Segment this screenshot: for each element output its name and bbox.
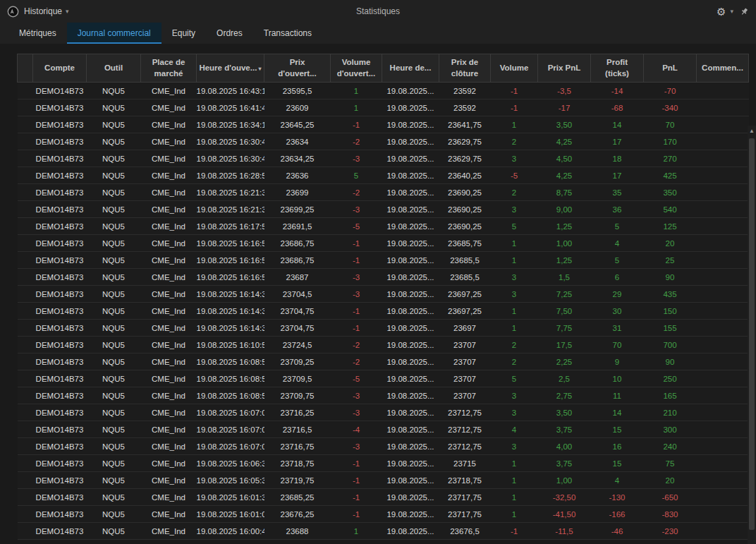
- trade-row[interactable]: DEMO14B73NQU5CME_Ind19.08.2025 16:08:592…: [18, 387, 749, 404]
- trade-row[interactable]: DEMO14B73NQU5CME_Ind19.08.2025 16:07:012…: [18, 421, 749, 438]
- open-volume-cell: -2: [331, 184, 382, 201]
- gear-icon[interactable]: ⚙: [717, 6, 726, 17]
- trade-row[interactable]: DEMO14B73NQU5CME_Ind19.08.2025 16:30:422…: [18, 133, 749, 150]
- close-price-cell: 23629,75: [439, 150, 491, 167]
- col-header-open-price[interactable]: Prix d'ouvert...: [264, 54, 331, 83]
- col-header-profit-ticks[interactable]: Profit (ticks): [591, 54, 644, 83]
- tab-journal-commercial[interactable]: Journal commercial: [67, 23, 161, 44]
- price-pnl-cell: -11,5: [538, 523, 591, 540]
- settings-chevron-down-icon[interactable]: ▾: [730, 8, 733, 15]
- tab-equity[interactable]: Equity: [161, 23, 206, 44]
- row-select-cell: [18, 421, 33, 438]
- open-price-cell: 23634: [264, 133, 331, 150]
- profit-ticks-cell: 16: [591, 438, 644, 455]
- pin-icon[interactable]: [740, 7, 749, 16]
- trade-row[interactable]: DEMO14B73NQU5CME_Ind19.08.2025 16:14:322…: [18, 303, 749, 320]
- close-price-cell: 23690,25: [439, 201, 491, 218]
- trade-row[interactable]: DEMO14B73NQU5CME_Ind19.08.2025 16:21:392…: [18, 184, 749, 201]
- instrument-cell: NQU5: [87, 489, 141, 506]
- instrument-cell: NQU5: [87, 320, 141, 337]
- scrollbar-thumb[interactable]: [749, 138, 755, 530]
- col-header-pnl[interactable]: PnL: [644, 54, 697, 83]
- trade-row[interactable]: DEMO14B73NQU5CME_Ind19.08.2025 16:17:522…: [18, 218, 749, 235]
- col-header-instrument[interactable]: Outil: [87, 54, 141, 83]
- profit-ticks-cell: 30: [591, 303, 644, 320]
- col-header-close-price[interactable]: Prix de clôture: [439, 54, 491, 83]
- row-select-cell: [18, 133, 33, 150]
- col-header-open-time[interactable]: Heure d'ouve... ▾: [197, 54, 264, 83]
- row-select-cell: [18, 438, 33, 455]
- trade-row[interactable]: DEMO14B73NQU5CME_Ind19.08.2025 16:10:522…: [18, 337, 749, 353]
- statistics-content: CompteOutilPlace de marchéHeure d'ouve..…: [0, 44, 756, 544]
- trade-row[interactable]: DEMO14B73NQU5CME_Ind19.08.2025 16:30:422…: [18, 150, 749, 167]
- account-cell: DEMO14B73: [33, 404, 87, 421]
- comment-cell: [697, 523, 749, 540]
- trade-row[interactable]: DEMO14B73NQU5CME_Ind19.08.2025 16:01:022…: [18, 506, 749, 523]
- trade-row[interactable]: DEMO14B73NQU5CME_Ind19.08.2025 16:41:492…: [18, 99, 749, 116]
- col-header-volume[interactable]: Volume: [491, 54, 538, 83]
- trade-row[interactable]: DEMO14B73NQU5CME_Ind19.08.2025 16:08:592…: [18, 353, 749, 370]
- price-pnl-cell: 1,25: [538, 252, 591, 269]
- col-header-price-pnl[interactable]: Prix PnL: [538, 54, 591, 83]
- trade-row[interactable]: DEMO14B73NQU5CME_Ind19.08.2025 16:16:532…: [18, 252, 749, 269]
- row-select-cell: [18, 99, 33, 116]
- price-pnl-cell: 3,75: [538, 455, 591, 472]
- trade-journal-table: CompteOutilPlace de marchéHeure d'ouve..…: [17, 54, 749, 540]
- open-price-cell: 23645,25: [264, 116, 331, 133]
- exchange-cell: CME_Ind: [141, 455, 197, 472]
- close-price-cell: 23640,25: [439, 167, 491, 184]
- instrument-cell: NQU5: [87, 303, 141, 320]
- trade-row[interactable]: DEMO14B73NQU5CME_Ind19.08.2025 16:05:392…: [18, 472, 749, 489]
- open-price-cell: 23716,25: [264, 404, 331, 421]
- volume-cell: -5: [491, 167, 538, 184]
- trade-row[interactable]: DEMO14B73NQU5CME_Ind19.08.2025 16:01:392…: [18, 489, 749, 506]
- price-pnl-cell: -32,50: [538, 489, 591, 506]
- col-header-account[interactable]: Compte: [33, 54, 87, 83]
- close-price-cell: 23707: [439, 387, 491, 404]
- profit-ticks-cell: 36: [591, 201, 644, 218]
- row-select-cell: [18, 235, 33, 252]
- pnl-cell: 165: [644, 387, 697, 404]
- open-time-cell: 19.08.2025 16:06:33: [197, 455, 264, 472]
- exchange-cell: CME_Ind: [141, 83, 197, 99]
- volume-cell: 1: [491, 235, 538, 252]
- history-menu-button[interactable]: Historique ▾: [24, 6, 69, 16]
- account-cell: DEMO14B73: [33, 116, 87, 133]
- col-header-row-select[interactable]: [18, 54, 33, 83]
- trade-row[interactable]: DEMO14B73NQU5CME_Ind19.08.2025 16:16:532…: [18, 235, 749, 252]
- tab-ordres[interactable]: Ordres: [206, 23, 253, 44]
- trade-row[interactable]: DEMO14B73NQU5CME_Ind19.08.2025 16:07:012…: [18, 404, 749, 421]
- trade-row[interactable]: DEMO14B73NQU5CME_Ind19.08.2025 16:06:332…: [18, 455, 749, 472]
- col-header-open-volume[interactable]: Volume d'ouvert...: [331, 54, 382, 83]
- comment-cell: [697, 303, 749, 320]
- tab-transactions[interactable]: Transactions: [253, 23, 322, 44]
- account-cell: DEMO14B73: [33, 472, 87, 489]
- pnl-cell: -70: [644, 83, 697, 99]
- col-header-close-time[interactable]: Heure de...: [382, 54, 439, 83]
- trade-row[interactable]: DEMO14B73NQU5CME_Ind19.08.2025 16:14:322…: [18, 320, 749, 337]
- tab-metriques[interactable]: Métriques: [8, 23, 67, 44]
- instrument-cell: NQU5: [87, 184, 141, 201]
- volume-cell: -1: [491, 83, 538, 99]
- trade-row[interactable]: DEMO14B73NQU5CME_Ind19.08.2025 16:28:512…: [18, 167, 749, 184]
- comment-cell: [697, 455, 749, 472]
- scrollbar-up-icon[interactable]: ▲: [748, 126, 756, 135]
- trade-row[interactable]: DEMO14B73NQU5CME_Ind19.08.2025 16:00:412…: [18, 523, 749, 540]
- row-select-cell: [18, 337, 33, 353]
- trade-row[interactable]: DEMO14B73NQU5CME_Ind19.08.2025 16:14:322…: [18, 286, 749, 303]
- close-time-cell: 19.08.2025...: [382, 387, 439, 404]
- exchange-cell: CME_Ind: [141, 303, 197, 320]
- exchange-cell: CME_Ind: [141, 337, 197, 353]
- trade-row[interactable]: DEMO14B73NQU5CME_Ind19.08.2025 16:08:592…: [18, 370, 749, 387]
- trade-row[interactable]: DEMO14B73NQU5CME_Ind19.08.2025 16:34:152…: [18, 116, 749, 133]
- profit-ticks-cell: 29: [591, 286, 644, 303]
- trade-row[interactable]: DEMO14B73NQU5CME_Ind19.08.2025 16:07:012…: [18, 438, 749, 455]
- vertical-scrollbar[interactable]: ▲: [748, 126, 756, 544]
- col-header-comment[interactable]: Commen...: [697, 54, 749, 83]
- close-price-cell: 23712,75: [439, 421, 491, 438]
- trade-row[interactable]: DEMO14B73NQU5CME_Ind19.08.2025 16:16:532…: [18, 269, 749, 286]
- open-price-cell: 23686,75: [264, 235, 331, 252]
- col-header-exchange[interactable]: Place de marché: [141, 54, 197, 83]
- trade-row[interactable]: DEMO14B73NQU5CME_Ind19.08.2025 16:43:122…: [18, 83, 749, 99]
- trade-row[interactable]: DEMO14B73NQU5CME_Ind19.08.2025 16:21:392…: [18, 201, 749, 218]
